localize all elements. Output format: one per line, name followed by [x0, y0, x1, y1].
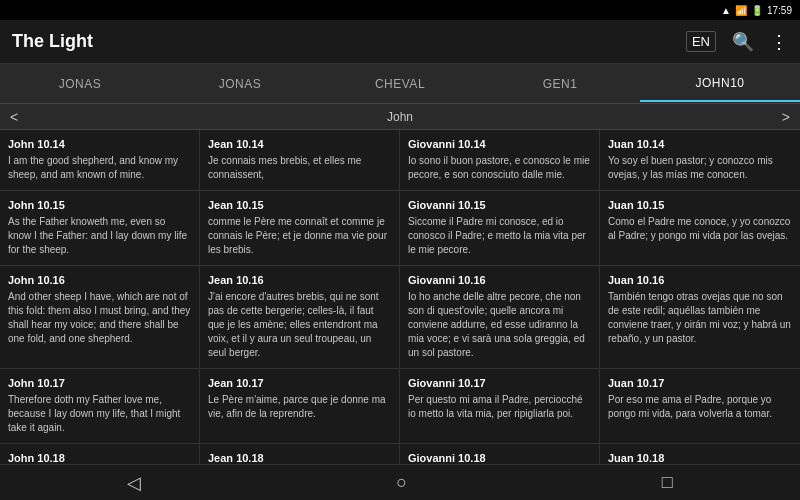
verse-text-en-3: Therefore doth my Father love me, becaus… — [8, 393, 191, 435]
verse-text-it-0: Io sono il buon pastore, e conosco le mi… — [408, 154, 591, 182]
verse-ref-fr-1: Jean 10.15 — [208, 199, 391, 211]
section-header: < John > — [0, 104, 800, 130]
verse-ref-es-0: Juan 10.14 — [608, 138, 792, 150]
language-button[interactable]: EN — [686, 31, 716, 52]
tab-jonas2[interactable]: JONAS — [160, 67, 320, 101]
top-actions: EN 🔍 ⋮ — [686, 31, 788, 53]
verse-text-fr-0: Je connais mes brebis, et elles me conna… — [208, 154, 391, 182]
verse-text-en-0: I am the good shepherd, and know my shee… — [8, 154, 191, 182]
verse-text-fr-2: J'ai encore d'autres brebis, qui ne sont… — [208, 290, 391, 360]
cell-es-0: Juan 10.14 Yo soy el buen pastor; y cono… — [600, 130, 800, 190]
verse-text-es-2: También tengo otras ovejas que no son de… — [608, 290, 792, 346]
verse-text-it-2: Io ho anche delle altre pecore, che non … — [408, 290, 591, 360]
verse-row: John 10.15 As the Father knoweth me, eve… — [0, 191, 800, 266]
verse-ref-en-0: John 10.14 — [8, 138, 191, 150]
section-title: John — [387, 110, 413, 124]
verse-ref-it-1: Giovanni 10.15 — [408, 199, 591, 211]
app-title: The Light — [12, 31, 686, 52]
cell-es-1: Juan 10.15 Como el Padre me conoce, y yo… — [600, 191, 800, 265]
time-display: 17:59 — [767, 5, 792, 16]
signal-icon: ▲ — [721, 5, 731, 16]
cell-fr-4: Jean 10.18 Personne ne me l'ôte, mais je… — [200, 444, 400, 464]
content-area[interactable]: John 10.14 I am the good shepherd, and k… — [0, 130, 800, 464]
verse-row: John 10.18 No man taketh it from me, but… — [0, 444, 800, 464]
battery-icon: 🔋 — [751, 5, 763, 16]
bottom-nav: ◁ ○ □ — [0, 464, 800, 500]
cell-fr-2: Jean 10.16 J'ai encore d'autres brebis, … — [200, 266, 400, 368]
verse-row: John 10.17 Therefore doth my Father love… — [0, 369, 800, 444]
wifi-icon: 📶 — [735, 5, 747, 16]
cell-en-1: John 10.15 As the Father knoweth me, eve… — [0, 191, 200, 265]
verse-ref-es-1: Juan 10.15 — [608, 199, 792, 211]
cell-es-2: Juan 10.16 También tengo otras ovejas qu… — [600, 266, 800, 368]
verse-text-it-3: Per questo mi ama il Padre, perciocché i… — [408, 393, 591, 421]
verse-ref-es-2: Juan 10.16 — [608, 274, 792, 286]
tab-gen1[interactable]: GEN1 — [480, 67, 640, 101]
cell-fr-0: Jean 10.14 Je connais mes brebis, et ell… — [200, 130, 400, 190]
verse-ref-en-4: John 10.18 — [8, 452, 191, 464]
cell-en-3: John 10.17 Therefore doth my Father love… — [0, 369, 200, 443]
next-section-button[interactable]: > — [782, 109, 790, 125]
verse-ref-en-1: John 10.15 — [8, 199, 191, 211]
status-bar: ▲ 📶 🔋 17:59 — [0, 0, 800, 20]
verse-ref-fr-0: Jean 10.14 — [208, 138, 391, 150]
verse-row: John 10.14 I am the good shepherd, and k… — [0, 130, 800, 191]
cell-fr-3: Jean 10.17 Le Père m'aime, parce que je … — [200, 369, 400, 443]
cell-it-0: Giovanni 10.14 Io sono il buon pastore, … — [400, 130, 600, 190]
verse-text-es-1: Como el Padre me conoce, y yo conozco al… — [608, 215, 792, 243]
verse-text-en-2: And other sheep I have, which are not of… — [8, 290, 191, 346]
cell-es-4: Juan 10.18 Nadie me la quita, mas yo la … — [600, 444, 800, 464]
verse-ref-en-3: John 10.17 — [8, 377, 191, 389]
cell-it-3: Giovanni 10.17 Per questo mi ama il Padr… — [400, 369, 600, 443]
top-bar: The Light EN 🔍 ⋮ — [0, 20, 800, 64]
cell-it-4: Giovanni 10.18 Niuno me la toglie, ma io… — [400, 444, 600, 464]
status-icons: ▲ 📶 🔋 17:59 — [721, 5, 792, 16]
cell-es-3: Juan 10.17 Por eso me ama el Padre, porq… — [600, 369, 800, 443]
back-button[interactable]: ◁ — [127, 472, 141, 494]
cell-en-4: John 10.18 No man taketh it from me, but… — [0, 444, 200, 464]
verse-ref-fr-2: Jean 10.16 — [208, 274, 391, 286]
more-button[interactable]: ⋮ — [770, 31, 788, 53]
home-button[interactable]: ○ — [396, 472, 407, 493]
verse-text-en-1: As the Father knoweth me, even so know I… — [8, 215, 191, 257]
cell-it-1: Giovanni 10.15 Siccome il Padre mi conos… — [400, 191, 600, 265]
verse-text-it-1: Siccome il Padre mi conosce, ed io conos… — [408, 215, 591, 257]
verse-ref-it-4: Giovanni 10.18 — [408, 452, 591, 464]
verse-ref-it-3: Giovanni 10.17 — [408, 377, 591, 389]
prev-section-button[interactable]: < — [10, 109, 18, 125]
verse-row: John 10.16 And other sheep I have, which… — [0, 266, 800, 369]
cell-it-2: Giovanni 10.16 Io ho anche delle altre p… — [400, 266, 600, 368]
verse-text-fr-3: Le Père m'aime, parce que je donne ma vi… — [208, 393, 391, 421]
verse-text-es-3: Por eso me ama el Padre, porque yo pongo… — [608, 393, 792, 421]
cell-en-2: John 10.16 And other sheep I have, which… — [0, 266, 200, 368]
verse-ref-fr-3: Jean 10.17 — [208, 377, 391, 389]
verse-ref-fr-4: Jean 10.18 — [208, 452, 391, 464]
verse-text-fr-1: comme le Père me connaît et comme je con… — [208, 215, 391, 257]
cell-fr-1: Jean 10.15 comme le Père me connaît et c… — [200, 191, 400, 265]
verse-ref-es-4: Juan 10.18 — [608, 452, 792, 464]
verse-ref-it-0: Giovanni 10.14 — [408, 138, 591, 150]
cell-en-0: John 10.14 I am the good shepherd, and k… — [0, 130, 200, 190]
verse-text-es-0: Yo soy el buen pastor; y conozco mis ove… — [608, 154, 792, 182]
search-button[interactable]: 🔍 — [732, 31, 754, 53]
verse-ref-es-3: Juan 10.17 — [608, 377, 792, 389]
verse-ref-it-2: Giovanni 10.16 — [408, 274, 591, 286]
tab-john10[interactable]: JOHN10 — [640, 66, 800, 102]
verse-ref-en-2: John 10.16 — [8, 274, 191, 286]
tab-cheval[interactable]: CHEVAL — [320, 67, 480, 101]
recents-button[interactable]: □ — [662, 472, 673, 493]
tab-jonas1[interactable]: JONAS — [0, 67, 160, 101]
tabs-bar: JONAS JONAS CHEVAL GEN1 JOHN10 — [0, 64, 800, 104]
